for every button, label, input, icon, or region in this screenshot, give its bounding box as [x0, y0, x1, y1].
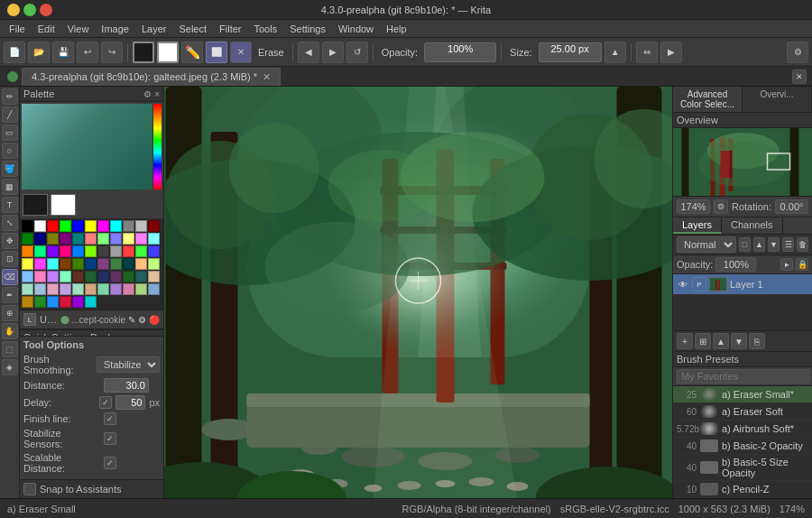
background-color[interactable] — [51, 194, 76, 216]
color-swatch[interactable] — [135, 220, 147, 232]
new-button[interactable]: 📄 — [4, 42, 25, 63]
fg-color-btn[interactable] — [133, 42, 154, 63]
color-swatch[interactable] — [85, 220, 97, 232]
brush-tool-btn[interactable]: ✏️ — [181, 42, 203, 63]
delay-checkbox[interactable]: ✓ — [99, 396, 111, 409]
menu-image[interactable]: Image — [96, 23, 134, 35]
color-swatch[interactable] — [135, 258, 147, 270]
color-swatch[interactable] — [34, 296, 46, 308]
color-swatch[interactable] — [85, 283, 97, 295]
color-swatch[interactable] — [60, 233, 71, 245]
color-swatch[interactable] — [60, 296, 71, 308]
zoom-value[interactable]: 174% — [677, 199, 710, 214]
layer-item[interactable]: 👁 P Layer 1 — [673, 274, 812, 295]
color-swatch[interactable] — [135, 233, 147, 245]
minimize-button[interactable] — [7, 4, 20, 16]
color-swatch[interactable] — [72, 283, 84, 295]
undo-button[interactable]: ↩ — [77, 42, 98, 63]
menu-tools[interactable]: Tools — [249, 23, 283, 35]
color-swatch[interactable] — [110, 271, 122, 282]
color-swatch[interactable] — [22, 296, 33, 308]
size-up-btn[interactable]: ▲ — [604, 42, 626, 63]
canvas-area[interactable] — [164, 87, 672, 498]
color-swatch[interactable] — [60, 220, 71, 232]
snap-checkbox[interactable] — [23, 483, 36, 495]
foreground-color[interactable] — [23, 194, 48, 216]
eraser-tool-btn[interactable]: ⬜ — [206, 42, 227, 63]
delay-value[interactable]: 50 — [115, 395, 146, 410]
layer-visibility-icon[interactable]: 👁 — [677, 278, 689, 291]
layer-down-btn[interactable]: ▼ — [731, 333, 747, 349]
hue-bar[interactable] — [152, 104, 161, 190]
brush-item-0[interactable]: 25 a) Eraser Small* — [673, 386, 812, 403]
color-swatch[interactable] — [72, 296, 84, 308]
color-swatch[interactable] — [34, 233, 46, 245]
menu-filter[interactable]: Filter — [214, 23, 246, 35]
color-swatch[interactable] — [47, 245, 59, 257]
settings-btn[interactable]: ⚙ — [787, 42, 808, 63]
play-btn[interactable]: ▶ — [660, 42, 682, 63]
color-swatch[interactable] — [135, 245, 147, 257]
color-swatch[interactable] — [72, 233, 84, 245]
brush-smoothing-select[interactable]: Stabilizer Basic Weighted — [97, 356, 160, 373]
palette-settings-icon[interactable]: ⚙ — [143, 89, 152, 99]
color-swatch[interactable] — [123, 233, 134, 245]
color-swatch[interactable] — [34, 258, 46, 270]
color-swatch[interactable] — [60, 283, 71, 295]
color-swatch[interactable] — [60, 271, 71, 282]
save-button[interactable]: 💾 — [52, 42, 74, 63]
color-swatch[interactable] — [123, 245, 134, 257]
color-swatch[interactable] — [110, 245, 122, 257]
selection-tool[interactable]: ⬚ — [2, 341, 18, 357]
color-swatch[interactable] — [47, 296, 59, 308]
color-swatch[interactable] — [22, 271, 33, 282]
add-layer-btn[interactable]: + — [677, 333, 693, 349]
scalable-distance-checkbox[interactable]: ✓ — [104, 457, 116, 469]
fill-tool[interactable]: 🪣 — [2, 161, 18, 177]
tab-close-btn[interactable]: ✕ — [792, 69, 807, 84]
layer-toolbar-btn1[interactable]: □ — [739, 237, 751, 252]
color-swatch[interactable] — [110, 283, 122, 295]
snap-to-assistants-bar[interactable]: Snap to Assistants — [20, 479, 163, 498]
finish-line-checkbox[interactable]: ✓ — [104, 412, 116, 425]
color-swatch[interactable] — [85, 296, 97, 308]
tab-close-icon[interactable]: ✕ — [263, 71, 271, 83]
menu-select[interactable]: Select — [173, 23, 212, 35]
layers-tab[interactable]: Layers — [673, 217, 722, 234]
zoom-tool[interactable]: ⊕ — [2, 305, 18, 321]
color-swatch[interactable] — [148, 233, 160, 245]
layer-lock-btn[interactable]: 🔒 — [796, 258, 808, 271]
smart-patch-tool[interactable]: ◈ — [2, 359, 18, 375]
color-swatch[interactable] — [110, 233, 122, 245]
add-group-btn[interactable]: ⊞ — [695, 333, 711, 349]
stabilize-sensors-checkbox[interactable]: ✓ — [104, 432, 116, 445]
color-swatch[interactable] — [34, 245, 46, 257]
pan-tool[interactable]: ✋ — [2, 323, 18, 339]
move-tool[interactable]: ✥ — [2, 233, 18, 249]
color-swatch[interactable] — [47, 283, 59, 295]
close-button[interactable] — [40, 4, 52, 16]
brush-item-3[interactable]: 40 b) Basic-2 Opacity — [673, 438, 812, 455]
color-swatch[interactable] — [22, 233, 33, 245]
overview-thumbnail[interactable] — [673, 128, 812, 196]
mirror-btn[interactable]: ⇔ — [636, 42, 658, 63]
brush-settings-icon[interactable]: ⚙ — [138, 315, 146, 325]
color-swatch[interactable] — [123, 258, 134, 270]
distance-value[interactable]: 30.0 — [104, 378, 149, 393]
open-button[interactable]: 📂 — [28, 42, 50, 63]
color-swatch[interactable] — [148, 283, 160, 295]
rotation-value[interactable]: 0.00° — [775, 199, 808, 214]
color-selector[interactable] — [22, 104, 161, 190]
menu-view[interactable]: View — [62, 23, 95, 35]
color-swatch[interactable] — [72, 271, 84, 282]
color-swatch[interactable] — [34, 220, 46, 232]
layer-toolbar-btn2[interactable]: ▲ — [753, 237, 765, 252]
color-swatch[interactable] — [148, 271, 160, 282]
opacity-input[interactable]: 100% — [424, 42, 496, 62]
color-swatch[interactable] — [97, 220, 109, 232]
color-swatch[interactable] — [97, 258, 109, 270]
color-swatch[interactable] — [85, 245, 97, 257]
menu-file[interactable]: File — [4, 23, 31, 35]
eraser-tool[interactable]: ⌫ — [2, 269, 18, 285]
crop-tool[interactable]: ⊡ — [2, 251, 18, 267]
